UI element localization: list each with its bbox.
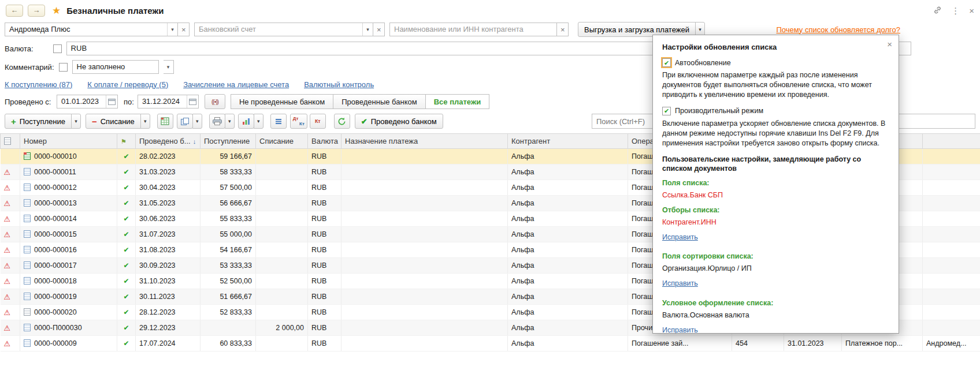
cell-contragent[interactable]: Альфа: [508, 149, 628, 164]
fix-sort-link[interactable]: Исправить: [662, 279, 698, 289]
cell-posted-mark[interactable]: ✔: [117, 211, 136, 227]
cell-purpose[interactable]: [341, 258, 508, 274]
print-dropdown-icon[interactable]: ▾: [225, 114, 235, 129]
writeoff-button[interactable]: − Списание: [86, 114, 141, 129]
choose-period-button[interactable]: ((•)): [205, 94, 225, 109]
cell-number[interactable]: 0000-000009: [20, 336, 117, 351]
cell-status[interactable]: ⚠: [1, 289, 20, 305]
cell-purpose[interactable]: [341, 149, 508, 164]
cell-writeoff[interactable]: [256, 274, 308, 289]
cell-receipt[interactable]: 55 833,33: [201, 211, 256, 227]
cell-purpose[interactable]: [341, 211, 508, 227]
bank-account-dropdown-icon[interactable]: ▾: [362, 23, 373, 36]
cell-currency[interactable]: RUB: [308, 211, 341, 227]
cell-writeoff[interactable]: [256, 336, 308, 351]
bank-account-combobox[interactable]: Банковский счет ▾: [194, 23, 373, 36]
cell-posted-date[interactable]: 31.08.2023: [136, 242, 201, 258]
cell-currency[interactable]: RUB: [308, 258, 341, 274]
slow-update-help-link[interactable]: Почему список обновляется долго?: [776, 25, 900, 34]
cell-posted-mark[interactable]: ✔: [117, 242, 136, 258]
comment-dropdown-icon[interactable]: ▾: [164, 60, 174, 74]
cell-contragent[interactable]: Альфа: [508, 274, 628, 289]
cell-posted-mark[interactable]: ✔: [117, 274, 136, 289]
cell-purpose[interactable]: [341, 320, 508, 336]
cell-posted-mark[interactable]: ✔: [117, 164, 136, 180]
header-status[interactable]: [1, 134, 20, 149]
reports-dropdown-icon[interactable]: ▾: [254, 114, 263, 129]
cell-currency[interactable]: RUB: [308, 305, 341, 320]
cell-contragent[interactable]: Альфа: [508, 336, 628, 351]
link-to-payment[interactable]: К оплате / переводу (5): [87, 80, 168, 89]
header-receipt[interactable]: Поступление: [201, 134, 256, 149]
cell-receipt[interactable]: 51 666,67: [201, 289, 256, 305]
cell-posted-mark[interactable]: ✔: [117, 258, 136, 274]
cell-contragent[interactable]: Альфа: [508, 180, 628, 196]
cell-currency[interactable]: RUB: [308, 336, 341, 351]
cell-writeoff[interactable]: [256, 196, 308, 211]
nav-back-button[interactable]: ←: [6, 5, 23, 17]
cell-currency[interactable]: RUB: [308, 320, 341, 336]
cell-doc-type[interactable]: Платежное пор...: [842, 336, 923, 351]
cell-receipt[interactable]: [201, 320, 256, 336]
cell-writeoff[interactable]: [256, 242, 308, 258]
cell-currency[interactable]: RUB: [308, 164, 341, 180]
cell-posted-mark[interactable]: ✔: [117, 289, 136, 305]
list-settings-button[interactable]: [270, 114, 287, 129]
tab-posted-by-bank[interactable]: Проведенные банком: [333, 94, 425, 109]
fix-conditional-link[interactable]: Исправить: [662, 326, 698, 334]
organization-clear-button[interactable]: ×: [178, 23, 190, 36]
cell-purpose[interactable]: [341, 196, 508, 211]
cell-purpose[interactable]: [341, 242, 508, 258]
cell-posted-date[interactable]: 28.12.2023: [136, 305, 201, 320]
cell-posted-date[interactable]: 31.05.2023: [136, 196, 201, 211]
cell-posted-date[interactable]: 30.11.2023: [136, 289, 201, 305]
cell-organization[interactable]: [923, 305, 980, 320]
cell-status[interactable]: ⚠: [1, 320, 20, 336]
receipt-button[interactable]: + Поступление: [5, 114, 72, 129]
calendar-icon[interactable]: [106, 95, 117, 108]
header-posted-mark[interactable]: ⚑: [117, 134, 136, 149]
calendar-icon[interactable]: [187, 95, 198, 108]
cell-purpose[interactable]: [341, 180, 508, 196]
window-close-icon[interactable]: ×: [969, 6, 974, 15]
cell-number[interactable]: 0000-000018: [20, 274, 117, 289]
cell-organization[interactable]: [923, 320, 980, 336]
cell-status[interactable]: ⚠: [1, 164, 20, 180]
cell-contragent[interactable]: Альфа: [508, 289, 628, 305]
header-contragent[interactable]: Контрагент: [508, 134, 628, 149]
link-to-receipt[interactable]: К поступлению (87): [5, 80, 72, 89]
cell-status[interactable]: ⚠: [1, 242, 20, 258]
performance-mode-checkbox[interactable]: ✔: [662, 107, 671, 115]
cell-incoming-number[interactable]: 454: [732, 336, 784, 351]
header-number[interactable]: Номер: [20, 134, 117, 149]
cell-posted-mark[interactable]: ✔: [117, 180, 136, 196]
link-personal-accounts[interactable]: Зачисление на лицевые счета: [183, 80, 289, 89]
cell-organization[interactable]: [923, 196, 980, 211]
cell-contragent[interactable]: Альфа: [508, 320, 628, 336]
posted-by-bank-button[interactable]: ✔ Проведено банком: [355, 114, 443, 129]
header-posted-date[interactable]: Проведено б...↓: [136, 134, 201, 149]
cell-writeoff[interactable]: [256, 180, 308, 196]
cell-writeoff[interactable]: [256, 258, 308, 274]
cell-currency[interactable]: RUB: [308, 149, 341, 164]
cell-currency[interactable]: RUB: [308, 274, 341, 289]
more-menu-icon[interactable]: ⋮: [951, 6, 960, 15]
header-extra[interactable]: [923, 134, 980, 149]
writeoff-dropdown-icon[interactable]: ▾: [140, 114, 150, 129]
cell-organization[interactable]: [923, 274, 980, 289]
cell-receipt[interactable]: 52 833,33: [201, 305, 256, 320]
cell-posted-mark[interactable]: ✔: [117, 196, 136, 211]
cell-organization[interactable]: [923, 242, 980, 258]
cell-status[interactable]: ⚠: [1, 336, 20, 351]
cell-posted-date[interactable]: 29.12.2023: [136, 320, 201, 336]
cell-number[interactable]: 0000-000010: [20, 149, 117, 164]
cell-receipt[interactable]: 55 000,00: [201, 227, 256, 242]
cell-receipt[interactable]: 54 166,67: [201, 242, 256, 258]
cell-number[interactable]: 0000-000017: [20, 258, 117, 274]
contragent-filter-input[interactable]: Наименование или ИНН контрагента: [389, 23, 557, 36]
print-button[interactable]: [209, 114, 225, 129]
bank-account-clear-button[interactable]: ×: [373, 23, 385, 36]
cell-purpose[interactable]: [341, 227, 508, 242]
cell-contragent[interactable]: Альфа: [508, 258, 628, 274]
cell-writeoff[interactable]: [256, 227, 308, 242]
